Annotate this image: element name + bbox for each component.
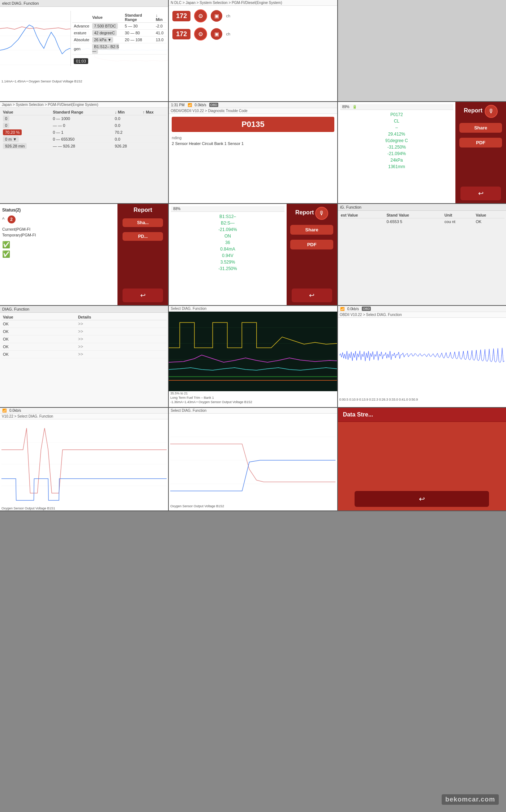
- table-row: 0— — 00.0: [1, 122, 167, 129]
- table-row: genB1:S12– B2:S—: [72, 43, 167, 55]
- r2c1-col2: ↓ Min: [113, 109, 141, 115]
- share-btn-r2c3[interactable]: Share: [459, 123, 502, 133]
- r4c1-col1: Details: [77, 314, 167, 320]
- speed-r4c3: 0.0kb/s: [347, 307, 359, 311]
- breadcrumb-r2c2: OBDII/OBDII V10.22 > Diagnostic Trouble …: [169, 108, 337, 114]
- cell-r3c3: iG. Function est Value Stand Value Unit …: [338, 204, 506, 305]
- chart-label-r4c3: 0:00.5 0:10.9 0:13.9 0:22.3 0:26.3 0:33.…: [338, 397, 506, 402]
- cell-r4c1: DIAG. Function Value Details OK>>OK>>OK>…: [0, 306, 168, 407]
- obd-badge-r4c3: OBD: [362, 307, 371, 311]
- status-bar-r2c3: 89% 🔋: [340, 104, 453, 110]
- data-table-r4c1: Value Details OK>>OK>>OK>>OK>>OK>>: [1, 314, 167, 358]
- status-bar-r4c3: 📶 0.0kb/s OBD: [338, 306, 506, 312]
- green-value: 91degree C: [342, 137, 452, 144]
- table-row: 00 — 10000.0: [1, 115, 167, 122]
- green-value: P0172: [342, 111, 452, 118]
- value-172-1: 172: [172, 11, 190, 21]
- table-row: OK>>: [1, 336, 167, 343]
- table-row: 0 m ▼0 — 6553500.0: [1, 136, 167, 143]
- breadcrumb-r2c1: Japan > System Selection > PGM-FI/Diesel…: [0, 102, 168, 108]
- data-stre-label: Data Stre...: [338, 408, 506, 422]
- cell-r5c1: 📶 0.0kb/s V10.22 > Select DIAG. Function…: [0, 408, 168, 510]
- label-ch2: ch: [226, 32, 230, 36]
- green-value: CL: [342, 118, 452, 124]
- label-ch1: ch: [226, 14, 230, 18]
- pdf-btn-r2c3[interactable]: PDF: [459, 138, 502, 148]
- speed-r2c2: 0.0kb/s: [195, 103, 206, 107]
- back-btn-r2c3[interactable]: ↩: [460, 187, 501, 200]
- battery-r3c2: 88%: [173, 207, 180, 211]
- sensor-desc: 2 Sensor Heater Circuit Bank 1 Sensor 1: [169, 141, 337, 146]
- share-btn-r3c2[interactable]: Share: [290, 225, 333, 235]
- back-btn-r3c2[interactable]: ↩: [292, 289, 332, 302]
- green-value: -21.094%: [342, 150, 452, 157]
- table-row: OK>>: [1, 351, 167, 358]
- table-row: 926.28 min— — 926.28926.28: [1, 143, 167, 150]
- chart-label-r1c1: 1.14mA~1.45mA • Oxygen Sensor Output Vol…: [0, 79, 168, 84]
- header-r4c1: DIAG. Function: [0, 306, 168, 313]
- pdf-btn-r3c2[interactable]: PDF: [290, 240, 333, 249]
- chart-label-r4c2c: -1.36mA~1.43mA • Oxygen Sensor Output Vo…: [169, 400, 337, 404]
- cell-r5c2: Select DIAG. Function Oxygen Sensor Outp…: [169, 408, 337, 510]
- settings-btn-2[interactable]: ⚙: [194, 27, 207, 40]
- back-btn-r3c1[interactable]: ↩: [123, 289, 163, 302]
- report-icon-r3c2[interactable]: 🎙: [315, 207, 328, 220]
- green-value: 1361mm: [342, 163, 452, 170]
- battery-icon: 🔋: [352, 105, 357, 109]
- chart-label-r4c2b: Long Term Fuel Trim – Bank 1: [169, 396, 337, 400]
- data-table-r1c1: Value Standard Range ↓ Min Advance7.500 …: [72, 12, 167, 55]
- r4c1-col0: Value: [1, 314, 77, 320]
- table-row: 0-6553 5cou ntOK: [339, 218, 505, 225]
- r3c3-col1: Stand Value: [385, 212, 443, 218]
- status-label-r3c1: Status(2): [2, 206, 115, 214]
- extra-btn-2[interactable]: ▣: [211, 28, 222, 40]
- badge-r3c1: 2: [8, 215, 16, 223]
- table-row: OK>>: [1, 328, 167, 336]
- r3c3-col2: Unit: [443, 212, 474, 218]
- main-grid: elect DIAG. Function 1.14mA~1.45mA • Oxy…: [0, 0, 506, 511]
- extra-btn-1[interactable]: ▣: [211, 10, 222, 22]
- breadcrumb-r4c3: OBDII V10.22 > Select DIAG. Function: [338, 312, 506, 318]
- table-row: OK>>: [1, 320, 167, 328]
- green-value: -31.250%: [342, 144, 452, 150]
- green-value: 29.412%: [342, 131, 452, 137]
- report-icon-r2c3[interactable]: 🎙: [485, 105, 498, 118]
- green-value: B2:S—: [172, 220, 283, 226]
- pd-btn-r3c1[interactable]: PD...: [123, 232, 163, 241]
- status-bar-r5c1: 📶 0.0kb/s: [0, 408, 168, 414]
- sha-btn-r3c1[interactable]: Sha...: [123, 218, 163, 227]
- green-value: 0.94V: [172, 252, 283, 259]
- settings-btn-1[interactable]: ⚙: [194, 9, 207, 22]
- cell-r2c1: Japan > System Selection > PGM-FI/Diesel…: [0, 102, 168, 203]
- battery-r2c3: 89%: [342, 105, 350, 109]
- obd-badge: OBD: [209, 103, 219, 107]
- back-btn-r5c3[interactable]: ↩: [355, 491, 489, 507]
- report-title-r3c2: Report: [295, 209, 314, 216]
- status-bar-r2c2: 1:31 PM 📶 0.0kb/s OBD: [169, 102, 337, 108]
- r2c1-col3: ↑ Max: [141, 109, 167, 115]
- speed-r5c1: 0.0kb/s: [9, 409, 21, 413]
- table-row: erature42 degreeC30 — 8041.0: [72, 30, 167, 37]
- r3c3-col3: Value: [474, 212, 505, 218]
- cell-r2c3: 89% 🔋 P0172CL–29.412%91degree C-31.250%-…: [338, 102, 506, 203]
- breadcrumb-r1c2: N DLC > Japan > System Selection > PGM-F…: [169, 0, 337, 6]
- wifi-r5c1: 📶: [2, 409, 7, 413]
- cell-r4c3: 📶 0.0kb/s OBD OBDII V10.22 > Select DIAG…: [338, 306, 506, 407]
- green-value: B1:S12–: [172, 213, 283, 220]
- green-value: 3.529%: [172, 259, 283, 265]
- report-panel-r2c3: Report 🎙 Share PDF ↩: [455, 102, 506, 203]
- wifi-r4c3: 📶: [340, 307, 344, 311]
- status-bar-r3c2: 88%: [171, 206, 284, 212]
- pending-label: nding: [169, 135, 337, 141]
- breadcrumb-r5c2: Select DIAG. Function: [169, 408, 337, 414]
- green-value: -21.094%: [172, 226, 283, 233]
- green-value: 0.84mA: [172, 246, 283, 252]
- table-row: 70.20 %0 — 170.2: [1, 129, 167, 136]
- table-row: Advance7.500 BTDC5 — 30-2.0: [72, 23, 167, 30]
- cell-r5c3: Data Stre... ↩: [338, 408, 506, 510]
- green-value: ON: [172, 233, 283, 239]
- r3c3-col0: est Value: [339, 212, 385, 218]
- time-r2c2: 1:31 PM: [171, 103, 184, 107]
- table-row: Absolute26 kPa ▼20 — 10813.0: [72, 37, 167, 43]
- col-h1: Value: [91, 12, 123, 23]
